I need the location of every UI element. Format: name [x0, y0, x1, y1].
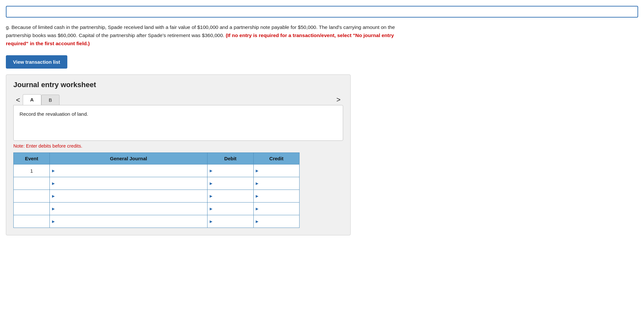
credit-cell[interactable]: ► [253, 164, 299, 177]
debit-input[interactable] [215, 177, 253, 190]
tab-next-button[interactable]: > [334, 95, 343, 105]
arrow-icon: ► [254, 168, 261, 173]
note-text: Note: Enter debits before credits. [13, 143, 343, 149]
credit-input[interactable] [261, 190, 299, 202]
arrow-icon: ► [50, 219, 57, 224]
top-input-border [6, 6, 638, 18]
arrow-icon: ► [254, 193, 261, 199]
general-journal-cell[interactable]: ► [50, 164, 208, 177]
event-cell: 1 [14, 164, 50, 177]
arrow-icon: ► [208, 168, 215, 173]
arrow-icon: ► [50, 206, 57, 211]
event-cell [14, 215, 50, 228]
credit-cell[interactable]: ► [253, 203, 299, 215]
general-journal-input[interactable] [57, 190, 207, 202]
general-journal-cell[interactable]: ► [50, 203, 208, 215]
arrow-icon: ► [50, 193, 57, 199]
tabs-row: < A B > [13, 94, 343, 105]
table-row: ► ► ► [14, 190, 300, 203]
general-journal-input[interactable] [57, 164, 207, 177]
credit-input[interactable] [261, 177, 299, 190]
arrow-icon: ► [254, 219, 261, 224]
table-row: 1 ► ► ► [14, 164, 300, 177]
debit-cell[interactable]: ► [208, 215, 253, 228]
view-transaction-button[interactable]: View transaction list [6, 55, 67, 69]
debit-input[interactable] [215, 203, 253, 215]
worksheet-title: Journal entry worksheet [13, 81, 343, 89]
debit-cell[interactable]: ► [208, 177, 253, 190]
arrow-icon: ► [254, 181, 261, 186]
tab-content-box: Record the revaluation of land. [13, 105, 343, 141]
journal-table: Event General Journal Debit Credit 1 ► ► [13, 152, 300, 228]
col-header-debit: Debit [208, 153, 253, 164]
arrow-icon: ► [50, 181, 57, 186]
credit-cell[interactable]: ► [253, 190, 299, 203]
arrow-icon: ► [208, 193, 215, 199]
arrow-icon: ► [208, 181, 215, 186]
col-header-general-journal: General Journal [50, 153, 208, 164]
col-header-event: Event [14, 153, 50, 164]
table-row: ► ► ► [14, 215, 300, 228]
credit-input[interactable] [261, 164, 299, 177]
event-cell [14, 177, 50, 190]
general-journal-cell[interactable]: ► [50, 215, 208, 228]
general-journal-input[interactable] [57, 215, 207, 228]
event-cell [14, 190, 50, 203]
journal-entry-worksheet: Journal entry worksheet < A B > Record t… [6, 74, 351, 235]
general-journal-cell[interactable]: ► [50, 190, 208, 203]
credit-input[interactable] [261, 215, 299, 228]
debit-cell[interactable]: ► [208, 164, 253, 177]
general-journal-input[interactable] [57, 177, 207, 190]
tab-prev-button[interactable]: < [13, 95, 23, 105]
debit-input[interactable] [215, 215, 253, 228]
debit-input[interactable] [215, 190, 253, 202]
col-header-credit: Credit [253, 153, 299, 164]
description-block: g. Because of limited cash in the partne… [0, 18, 423, 52]
arrow-icon: ► [254, 206, 261, 211]
arrow-icon: ► [50, 168, 57, 173]
arrow-icon: ► [208, 206, 215, 211]
debit-input[interactable] [215, 164, 253, 177]
credit-input[interactable] [261, 203, 299, 215]
table-row: ► ► ► [14, 203, 300, 215]
arrow-icon: ► [208, 219, 215, 224]
tab-B[interactable]: B [41, 95, 60, 105]
debit-cell[interactable]: ► [208, 190, 253, 203]
general-journal-input[interactable] [57, 203, 207, 215]
credit-cell[interactable]: ► [253, 215, 299, 228]
tab-A[interactable]: A [23, 94, 41, 105]
table-row: ► ► ► [14, 177, 300, 190]
tab-content-text: Record the revaluation of land. [20, 111, 88, 117]
general-journal-cell[interactable]: ► [50, 177, 208, 190]
event-cell [14, 203, 50, 215]
credit-cell[interactable]: ► [253, 177, 299, 190]
debit-cell[interactable]: ► [208, 203, 253, 215]
